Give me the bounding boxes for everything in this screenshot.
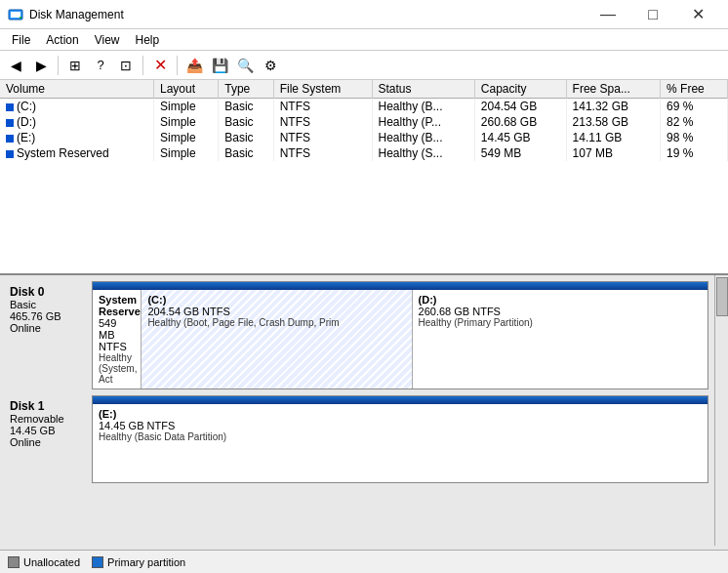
partition-label: System Reserved	[99, 294, 135, 317]
col-free: Free Spa...	[566, 80, 660, 99]
window-title: Disk Management	[29, 8, 124, 21]
toolbar-separator-2	[142, 56, 143, 75]
properties-button[interactable]: ⊡	[114, 54, 138, 77]
disk-type: Removable	[10, 413, 86, 425]
legend-unallocated-label: Unallocated	[23, 556, 80, 568]
legend-primary-box	[92, 556, 103, 568]
disk-type: Basic	[10, 299, 86, 310]
col-type: Type	[219, 80, 273, 99]
disk-label-1: Disk 1 Removable 14.45 GB Online	[4, 395, 92, 483]
disk-name: Disk 1	[10, 399, 86, 413]
back-button[interactable]: ◀	[4, 54, 27, 77]
window-controls: — □ ✕	[586, 0, 720, 29]
svg-point-2	[20, 17, 21, 19]
partition-status: Healthy (Boot, Page File, Crash Dump, Pr…	[147, 317, 405, 328]
disk-partitions: (E:) 14.45 GB NTFS Healthy (Basic Data P…	[93, 404, 708, 482]
disk-size: 14.45 GB	[10, 425, 86, 436]
maximize-button[interactable]: □	[630, 0, 675, 29]
cell-status: Healthy (B...	[372, 130, 474, 145]
col-layout: Layout	[154, 80, 219, 99]
disk-row: Disk 0 Basic 465.76 GB Online System Res…	[4, 281, 724, 389]
title-bar: Disk Management — □ ✕	[0, 0, 728, 29]
refresh-button[interactable]: 🔍	[233, 54, 257, 77]
table-row[interactable]: (C:) Simple Basic NTFS Healthy (B... 204…	[0, 99, 728, 115]
legend-unallocated-box	[8, 556, 20, 568]
col-filesystem: File System	[273, 80, 372, 99]
cell-capacity: 14.45 GB	[474, 130, 566, 145]
partition-label: (C:)	[147, 294, 405, 306]
cell-type: Basic	[219, 114, 273, 130]
cell-layout: Simple	[154, 99, 219, 115]
disk-label-0: Disk 0 Basic 465.76 GB Online	[4, 281, 92, 389]
menu-bar: File Action View Help	[0, 29, 728, 51]
partition-1-0[interactable]: (E:) 14.45 GB NTFS Healthy (Basic Data P…	[93, 404, 708, 482]
col-status: Status	[372, 80, 474, 99]
cell-pctfree: 19 %	[661, 145, 728, 161]
disk-row: Disk 1 Removable 14.45 GB Online (E:) 14…	[4, 395, 724, 483]
partition-status: Healthy (System, Act	[99, 352, 135, 385]
menu-file[interactable]: File	[4, 31, 38, 49]
cell-fs: NTFS	[273, 145, 372, 161]
legend-unallocated: Unallocated	[8, 556, 80, 568]
toolbar-separator-3	[177, 56, 178, 75]
partition-0-2[interactable]: (D:) 260.68 GB NTFS Healthy (Primary Par…	[413, 290, 708, 389]
cell-volume: (E:)	[0, 130, 154, 145]
cell-pctfree: 98 %	[661, 130, 728, 145]
forward-button[interactable]: ▶	[29, 54, 53, 77]
menu-action[interactable]: Action	[38, 31, 86, 49]
volume-table-section: Volume Layout Type File System Status Ca…	[0, 80, 728, 275]
scrollbar-thumb[interactable]	[716, 277, 728, 316]
table-header-row: Volume Layout Type File System Status Ca…	[0, 80, 728, 99]
cell-free: 141.32 GB	[566, 99, 660, 115]
cell-pctfree: 69 %	[661, 99, 728, 115]
close-button[interactable]: ✕	[675, 0, 720, 29]
cell-pctfree: 82 %	[661, 114, 728, 130]
table-row[interactable]: System Reserved Simple Basic NTFS Health…	[0, 145, 728, 161]
col-pctfree: % Free	[661, 80, 728, 99]
eject-button[interactable]: ✕	[148, 54, 172, 77]
partition-0-0[interactable]: System Reserved 549 MB NTFS Healthy (Sys…	[93, 290, 142, 389]
import-button[interactable]: 📤	[182, 54, 206, 77]
disk-usage-bar	[93, 396, 708, 404]
settings-button[interactable]: ⚙	[259, 54, 282, 77]
minimize-button[interactable]: —	[586, 0, 630, 29]
cell-fs: NTFS	[273, 130, 372, 145]
partition-status: Healthy (Basic Data Partition)	[99, 431, 702, 442]
disk-usage-bar	[93, 282, 708, 290]
partition-label: (E:)	[99, 408, 702, 420]
disk-name: Disk 0	[10, 285, 86, 299]
disk-size: 465.76 GB	[10, 310, 86, 322]
cell-type: Basic	[219, 145, 273, 161]
cell-status: Healthy (S...	[372, 145, 474, 161]
col-capacity: Capacity	[474, 80, 566, 99]
partition-size: 549 MB NTFS	[99, 317, 135, 352]
menu-view[interactable]: View	[87, 31, 128, 49]
legend-primary: Primary partition	[92, 556, 185, 568]
table-row[interactable]: (D:) Simple Basic NTFS Healthy (P... 260…	[0, 114, 728, 130]
disk-partitions: System Reserved 549 MB NTFS Healthy (Sys…	[93, 290, 708, 389]
disk-rows-container: Disk 0 Basic 465.76 GB Online System Res…	[0, 281, 728, 483]
export-button[interactable]: 💾	[208, 54, 231, 77]
cell-fs: NTFS	[273, 114, 372, 130]
menu-help[interactable]: Help	[128, 31, 168, 49]
disk-visual-0: System Reserved 549 MB NTFS Healthy (Sys…	[92, 281, 708, 389]
partition-status: Healthy (Primary Partition)	[419, 317, 702, 328]
cell-capacity: 260.68 GB	[474, 114, 566, 130]
partition-0-1[interactable]: (C:) 204.54 GB NTFS Healthy (Boot, Page …	[142, 290, 412, 389]
toolbar: ◀ ▶ ⊞ ? ⊡ ✕ 📤 💾 🔍 ⚙	[0, 51, 728, 80]
toolbar-separator-1	[58, 56, 59, 75]
disk-section: Disk 0 Basic 465.76 GB Online System Res…	[0, 275, 728, 573]
partition-size: 14.45 GB NTFS	[99, 420, 702, 431]
status-bar: Unallocated Primary partition	[0, 550, 728, 573]
show-hide-button[interactable]: ⊞	[63, 54, 87, 77]
disk-status: Online	[10, 436, 86, 448]
cell-layout: Simple	[154, 145, 219, 161]
scrollbar-track[interactable]	[714, 275, 728, 546]
cell-capacity: 549 MB	[474, 145, 566, 161]
cell-free: 213.58 GB	[566, 114, 660, 130]
cell-capacity: 204.54 GB	[474, 99, 566, 115]
help-button[interactable]: ?	[89, 54, 112, 77]
table-row[interactable]: (E:) Simple Basic NTFS Healthy (B... 14.…	[0, 130, 728, 145]
cell-volume: (C:)	[0, 99, 154, 115]
col-volume: Volume	[0, 80, 154, 99]
